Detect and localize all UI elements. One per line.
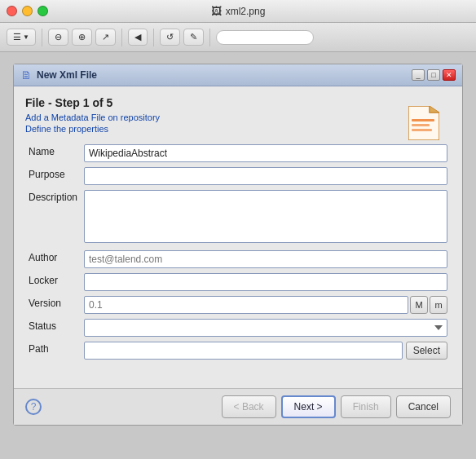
step-subtitle-1: Add a Metadata File on repository — [25, 113, 451, 122]
dialog-xml-icon: 🗎 — [20, 68, 32, 82]
file-icon: 🖼 — [211, 5, 222, 17]
path-label: Path — [25, 339, 81, 362]
toolbar-divider-1 — [42, 29, 42, 46]
svg-rect-3 — [412, 124, 430, 126]
edit-btn[interactable]: ✎ — [183, 29, 204, 46]
step-subtitle-2: Define the properties — [25, 124, 451, 134]
dialog-maximize-btn[interactable]: □ — [427, 69, 440, 81]
svg-rect-2 — [412, 119, 434, 121]
edit-icon: ✎ — [190, 32, 197, 42]
next-nav-button[interactable]: Next > — [281, 395, 336, 418]
zoom-out-btn[interactable]: ⊖ — [48, 29, 68, 46]
version-controls: M m — [84, 296, 447, 314]
purpose-label: Purpose — [25, 165, 81, 188]
nav-buttons: < Back Next > Finish Cancel — [222, 395, 451, 418]
spacer — [25, 362, 451, 378]
major-version-btn[interactable]: M — [410, 296, 428, 314]
name-row: Name — [25, 142, 451, 165]
button-bar: ? < Back Next > Finish Cancel — [14, 388, 462, 425]
window-controls[interactable] — [7, 6, 48, 16]
dialog-title: New Xml File — [37, 69, 97, 81]
purpose-row: Purpose — [25, 165, 451, 188]
back-icon: ◀ — [134, 32, 141, 42]
header-area: File - Step 1 of 5 Add a Metadata File o… — [25, 96, 451, 134]
path-row: Path Select — [25, 339, 451, 362]
dialog-close-btn[interactable]: ✕ — [443, 69, 456, 81]
svg-marker-1 — [430, 106, 439, 113]
path-field-cell: Select — [81, 339, 451, 362]
minimize-window-btn[interactable] — [22, 6, 33, 16]
menu-btn[interactable]: ☰▼ — [7, 29, 36, 46]
description-label: Description — [25, 188, 81, 248]
export-icon: ↗ — [102, 32, 109, 42]
window-title: 🖼 xml2.png — [211, 5, 266, 17]
version-input[interactable] — [84, 296, 408, 314]
purpose-field-cell — [81, 165, 451, 188]
name-label: Name — [25, 142, 81, 165]
finish-nav-button[interactable]: Finish — [341, 395, 391, 418]
author-label: Author — [25, 248, 81, 271]
toolbar-divider-3 — [153, 29, 154, 46]
dialog-minimize-btn[interactable]: _ — [412, 69, 425, 81]
status-field-cell: Draft Final Deprecated — [81, 316, 451, 339]
dialog-titlebar: 🗎 New Xml File _ □ ✕ — [14, 64, 462, 86]
path-controls: Select — [84, 342, 447, 360]
zoom-in-btn[interactable]: ⊕ — [72, 29, 92, 46]
select-button[interactable]: Select — [406, 342, 447, 360]
description-row: Description — [25, 188, 451, 248]
path-input[interactable] — [84, 342, 403, 360]
locker-label: Locker — [25, 271, 81, 293]
cancel-nav-button[interactable]: Cancel — [396, 395, 451, 418]
step-title: File - Step 1 of 5 — [25, 96, 451, 109]
dialog-body: File - Step 1 of 5 Add a Metadata File o… — [14, 86, 462, 388]
zoom-out-icon: ⊖ — [55, 32, 62, 42]
status-row: Status Draft Final Deprecated — [25, 316, 451, 339]
status-label: Status — [25, 316, 81, 339]
svg-rect-4 — [412, 129, 432, 131]
refresh-icon: ↺ — [166, 32, 174, 42]
description-field-cell — [81, 188, 451, 248]
back-btn[interactable]: ◀ — [128, 29, 148, 46]
author-input[interactable] — [84, 250, 447, 268]
version-field-cell: M m — [81, 293, 451, 316]
description-input[interactable] — [84, 190, 447, 243]
toolbar: ☰▼ ⊖ ⊕ ↗ ◀ ↺ ✎ — [0, 23, 476, 52]
title-bar: 🖼 xml2.png — [0, 0, 476, 23]
author-field-cell — [81, 248, 451, 271]
dropdown-icon: ▼ — [23, 33, 29, 41]
dialog-controls[interactable]: _ □ ✕ — [412, 69, 456, 81]
toolbar-divider-2 — [121, 29, 122, 46]
export-btn[interactable]: ↗ — [95, 29, 116, 46]
name-field-cell — [81, 142, 451, 165]
name-input[interactable] — [84, 144, 447, 162]
back-nav-button[interactable]: < Back — [222, 395, 276, 418]
author-row: Author — [25, 248, 451, 271]
minor-version-btn[interactable]: m — [430, 296, 447, 314]
file-icon-area — [408, 106, 439, 143]
toolbar-divider-4 — [209, 29, 210, 46]
locker-row: Locker — [25, 271, 451, 293]
status-select[interactable]: Draft Final Deprecated — [84, 319, 447, 337]
version-label: Version — [25, 293, 81, 316]
xml-file-icon — [408, 106, 439, 140]
refresh-btn[interactable]: ↺ — [160, 29, 180, 46]
form-table: Name Purpose Description — [25, 142, 451, 362]
locker-input[interactable] — [84, 273, 447, 291]
help-button[interactable]: ? — [25, 399, 42, 415]
version-row: Version M m — [25, 293, 451, 316]
close-window-btn[interactable] — [7, 6, 17, 16]
zoom-in-icon: ⊕ — [78, 32, 86, 42]
purpose-input[interactable] — [84, 167, 447, 185]
search-input[interactable] — [216, 30, 314, 45]
maximize-window-btn[interactable] — [37, 6, 48, 16]
dialog: 🗎 New Xml File _ □ ✕ File - Step 1 of 5 … — [13, 64, 463, 426]
locker-field-cell — [81, 271, 451, 293]
menu-icon: ☰ — [13, 32, 21, 42]
